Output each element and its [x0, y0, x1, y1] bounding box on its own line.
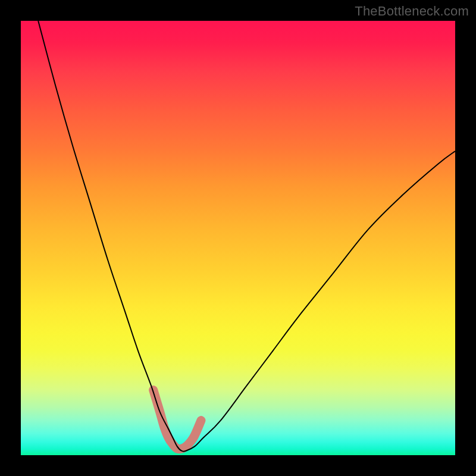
plot-area — [21, 21, 455, 455]
curve-svg — [21, 21, 455, 455]
marker-band — [154, 390, 201, 449]
chart-frame: TheBottleneck.com — [0, 0, 476, 476]
bottleneck-curve — [38, 21, 455, 452]
watermark-text: TheBottleneck.com — [355, 4, 469, 19]
